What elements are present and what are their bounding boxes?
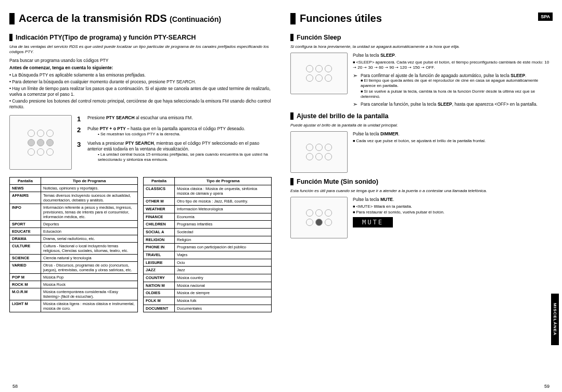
list-item: Hay un límite de tiempo para realizar lo… bbox=[9, 86, 272, 97]
table-row: TRAVELViajes bbox=[144, 251, 272, 259]
pty-table-b: PantallaTipo de Programa CLASSICSMúsica … bbox=[143, 177, 272, 312]
table-row: LIGHT MMúsica clásica ligera : música cl… bbox=[10, 300, 138, 312]
table-row: DRAMADrama, serial radiofónico, etc. bbox=[10, 235, 138, 243]
h2-sleep: Función Sleep bbox=[297, 34, 341, 41]
table-row: CHILDRENProgramas infantiles bbox=[144, 221, 272, 229]
h1-rds: Acerca de la transmisión RDS (Continuaci… bbox=[19, 12, 221, 24]
steps-list: 1 Presione PTY SEARCH al escuchar una em… bbox=[77, 115, 272, 170]
heading-bar-icon bbox=[9, 13, 15, 24]
arrow-note: ➣ Para cancelar la función, pulse la tec… bbox=[353, 102, 553, 107]
subheading-brightness: Ajuste del brillo de la pantalla bbox=[290, 112, 553, 120]
arrow-note: ➣ Para confirmar el ajuste de la función… bbox=[353, 73, 553, 100]
table-row: LEISUREOcio bbox=[144, 259, 272, 267]
remote-diagram-sleep bbox=[290, 53, 348, 94]
page-number-left: 58 bbox=[12, 384, 18, 389]
subheading-bar-icon bbox=[290, 34, 293, 41]
table-row: OLDIESMúsica de siempre bbox=[144, 289, 272, 297]
remote-diagram bbox=[9, 115, 72, 170]
heading-rds: Acerca de la transmisión RDS (Continuaci… bbox=[9, 12, 272, 24]
arrow-icon: ➣ bbox=[353, 73, 357, 79]
mute-display: MUTE bbox=[353, 217, 393, 227]
h2-mute: Función Mute (Sin sonido) bbox=[297, 178, 378, 185]
table-row: SOCIAL ASociedad bbox=[144, 228, 272, 236]
subheading-pty: Indicación PTY(Tipo de programa) y funci… bbox=[9, 34, 272, 41]
list-item: La Búsqueda PTY es aplicable solamente a… bbox=[9, 72, 272, 78]
intro-sleep: Si configura la hora previamente, la uni… bbox=[290, 44, 553, 49]
intro-mute: Esta función es útil para cuando se teng… bbox=[290, 188, 553, 194]
table-row: AFFAIRSTemas diversos incluyendo sucesos… bbox=[10, 192, 138, 204]
pty-tables: PantallaTipo de Programa NEWSNoticias, o… bbox=[9, 177, 272, 312]
table-row: FINANCEEconomía bbox=[144, 213, 272, 221]
bullets-before: La Búsqueda PTY es aplicable solamente a… bbox=[9, 72, 272, 110]
table-row: SPORTDeportes bbox=[10, 221, 138, 228]
subheading-mute: Función Mute (Sin sonido) bbox=[290, 178, 553, 185]
remote-diagram-dimmer bbox=[290, 131, 348, 173]
intro-pty: Una de las ventajas del servicio RDS es … bbox=[9, 44, 272, 55]
step-1: 1 Presione PTY SEARCH al escuchar una em… bbox=[77, 115, 272, 123]
subheading-bar-icon bbox=[290, 112, 293, 120]
step-3: 3 Vuelva a presionar PTY SEARCH, mientra… bbox=[77, 141, 272, 163]
table-row: ROCK MMúsica Rock bbox=[10, 281, 138, 288]
subheading-bar-icon bbox=[9, 34, 12, 41]
table-row: EDUCATEEducación bbox=[10, 228, 138, 235]
table-row: VARIEDOtros - Discursos, programas de oc… bbox=[10, 262, 138, 274]
table-row: COUNTRYMúsica country bbox=[144, 274, 272, 282]
h2-pty: Indicación PTY(Tipo de programa) y funci… bbox=[16, 34, 196, 41]
section-tab: MISCELÁNEA bbox=[551, 294, 559, 345]
table-row: CLASSICSMúsica clásica : Música de orque… bbox=[144, 185, 272, 198]
table-row: POP MMúsica Pop bbox=[10, 274, 138, 281]
list-item: Para detener la búsqueda en cualquier mo… bbox=[9, 79, 272, 85]
table-row: M.O.R.MMúsica contemporánea considerada … bbox=[10, 288, 138, 300]
intro-brightness: Puede ajustar el brillo de la pantalla d… bbox=[290, 123, 553, 128]
table-row: NATION MMúsica nacional bbox=[144, 282, 272, 289]
language-badge: SPA bbox=[538, 12, 553, 21]
remote-diagram-mute bbox=[290, 197, 348, 238]
table-row: WEATHERInformación Meteorológica bbox=[144, 205, 272, 213]
arrow-icon: ➣ bbox=[353, 102, 357, 107]
page-right: SPA Funciones útiles Función Sleep Si co… bbox=[290, 12, 553, 366]
h1-rds-main: Acerca de la transmisión RDS bbox=[19, 12, 170, 24]
table-row: RELIGIONReligión bbox=[144, 236, 272, 244]
sleep-text: Pulse la tecla SLEEP. <SLEEP> aparecerá.… bbox=[353, 53, 553, 107]
heading-funciones: Funciones útiles bbox=[290, 12, 553, 24]
list-item: Cuando presione los botones del control … bbox=[9, 98, 272, 110]
para-search: Para buscar un programa usando los códig… bbox=[9, 58, 272, 64]
table-row: INFOInformación referente a pesos y medi… bbox=[10, 204, 138, 221]
table-row: DOCUMENTDocumentales bbox=[144, 305, 272, 312]
table-row: OTHER MOtro tipo de música : Jazz, R&B, … bbox=[144, 198, 272, 206]
step-2: 2 Pulse PTY + o PTY – hasta que en la pa… bbox=[77, 126, 272, 137]
heading-bar-icon bbox=[290, 13, 296, 24]
subhead-before: Antes de comenzar, tenga en cuenta lo si… bbox=[9, 65, 272, 71]
table-row: PHONE INProgramas con participación del … bbox=[144, 244, 272, 251]
table-row: SCIENCECiencia natural y tecnología bbox=[10, 255, 138, 262]
table-row: NEWSNoticias, opiniones y reportajes. bbox=[10, 185, 138, 192]
pty-table-a: PantallaTipo de Programa NEWSNoticias, o… bbox=[9, 177, 138, 312]
subheading-bar-icon bbox=[290, 178, 293, 185]
subheading-sleep: Función Sleep bbox=[290, 34, 553, 41]
h2-brightness: Ajuste del brillo de la pantalla bbox=[297, 112, 388, 120]
page-number-right: 59 bbox=[544, 384, 550, 389]
mute-text: Pulse la tecla MUTE. <MUTE> titilará en … bbox=[353, 197, 553, 238]
table-row: FOLK MMúsica folk bbox=[144, 297, 272, 305]
h1-funciones: Funciones útiles bbox=[300, 12, 382, 24]
h1-rds-cont: (Continuación) bbox=[170, 15, 221, 23]
table-row: JAZZJazz bbox=[144, 267, 272, 274]
table-row: CULTURECultura - Nacional o local incluy… bbox=[10, 243, 138, 255]
page-left: Acerca de la transmisión RDS (Continuaci… bbox=[9, 12, 272, 366]
brightness-text: Pulse la tecla DIMMER. Cada vez que puls… bbox=[353, 131, 553, 173]
